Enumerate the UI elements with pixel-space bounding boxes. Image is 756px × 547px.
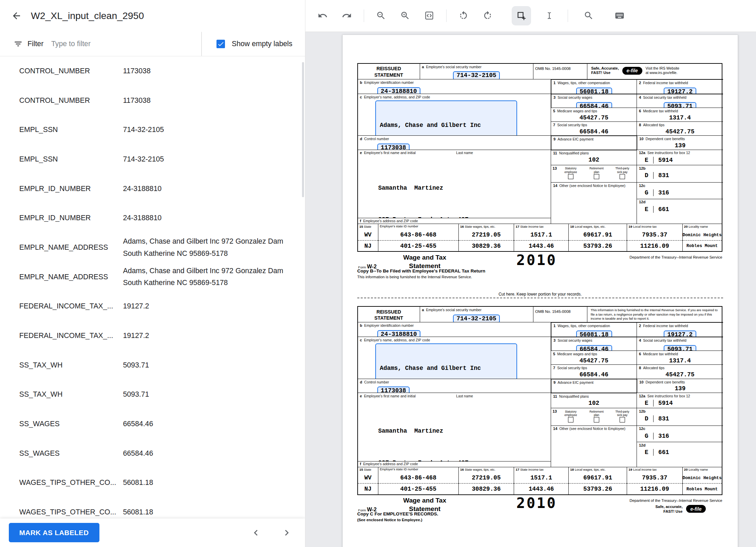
entity-row[interactable]: EMPLR_ID_NUMBER 24-3188810 (0, 204, 305, 233)
entity-row[interactable]: SS_TAX_WH 5093.71 (0, 351, 305, 380)
filter-input[interactable] (50, 39, 201, 49)
entity-label: CONTROL_NUMBER (19, 65, 123, 77)
ss-wages-annotation[interactable]: 66584.46 (576, 102, 612, 108)
rotate-left-button[interactable] (454, 6, 473, 25)
entity-label: WAGES_TIPS_OTHER_CO... (19, 477, 123, 489)
local-income-tax-column: 19 Local income tax 7935.37 11216.09 (627, 224, 682, 251)
box-12b: 12b D831 (637, 165, 723, 182)
undo-button[interactable] (313, 6, 332, 25)
ss-tax-annotation[interactable]: 5093.71 (664, 102, 696, 108)
entity-row[interactable]: SS_TAX_WH 5093.71 (0, 380, 305, 410)
ss-wages-annotation[interactable]: 66584.46 (576, 345, 612, 351)
federal-tax-annotation[interactable]: 19127.2 (664, 331, 696, 337)
employee-name-address: Samantha Martinez 387 Burton Fords Apt. … (378, 162, 549, 218)
show-empty-labels-control: Show empty labels (202, 40, 305, 49)
mark-as-labeled-button[interactable]: MARK AS LABELED (9, 523, 99, 542)
box-d-control-number: d Control number 1173038 (358, 379, 551, 393)
box-14-other: 14 Other (see enclosed Notice to Employe… (551, 426, 637, 467)
reissued-statement: REISSUEDSTATEMENT (358, 307, 420, 322)
keyboard-shortcuts-button[interactable] (610, 6, 629, 25)
state-column: 15 State WV NJ (358, 224, 378, 251)
redo-button[interactable] (337, 6, 356, 25)
employer-address-annotation[interactable]: Adams, Chase and Gilbert Inc 972 Gonzale… (375, 100, 517, 136)
box-12b: 12b D831 (637, 408, 723, 425)
ein-annotation[interactable]: 24-3188810 (377, 87, 421, 94)
entity-label: CONTROL_NUMBER (19, 95, 123, 107)
zoom-in-button[interactable] (395, 6, 415, 25)
box-8-allocated-tips: 8 Allocated tips 45427.75 (637, 121, 723, 135)
code-view-button[interactable] (419, 6, 439, 25)
w2-form: REISSUEDSTATEMENT a Employee's social se… (357, 306, 722, 524)
federal-tax-annotation[interactable]: 19127.2 (664, 88, 696, 94)
rotate-right-button[interactable] (478, 6, 497, 25)
control-number-annotation[interactable]: 1173038 (377, 144, 410, 149)
state-income-tax-column: 17 State income tax 1517.1 1443.46 (514, 467, 568, 494)
box-e-employee: e Employee's first name and initial Last… (358, 150, 551, 218)
entity-label: SS_TAX_WH (19, 359, 123, 372)
show-empty-labels-checkbox[interactable] (216, 40, 225, 49)
box-14-other: 14 Other (see enclosed Notice to Employe… (551, 182, 637, 224)
ssn-annotation[interactable]: 714-32-2105 (453, 71, 500, 79)
w2-copy-c-slot: REISSUEDSTATEMENT a Employee's social se… (357, 306, 723, 524)
entity-label: EMPLR_NAME_ADDRESS (19, 271, 123, 283)
next-document-button[interactable] (277, 523, 296, 542)
viewer-toolbar (305, 0, 756, 32)
entity-row[interactable]: CONTROL_NUMBER 1173038 (0, 86, 305, 115)
entity-row[interactable]: EMPLR_NAME_ADDRESS Adams, Chase and Gilb… (0, 262, 305, 292)
entity-row[interactable]: FEDERAL_INCOME_TAX_... 19127.2 (0, 321, 305, 351)
third-party-sick-pay-checkbox (620, 174, 625, 180)
arrow-back-icon (11, 11, 22, 21)
entity-row[interactable]: SS_WAGES 66584.46 (0, 439, 305, 468)
state-tax-table: 15 State WV NJ Employer's state ID numbe… (358, 224, 722, 251)
box-2-federal-tax: 2 Federal income tax withheld 19127.2 (637, 79, 723, 94)
ss-tax-annotation[interactable]: 5093.71 (664, 345, 696, 351)
box-12a: 12a See instructions for box 12 E5914 (637, 393, 723, 408)
zoom-out-button[interactable] (371, 6, 391, 25)
text-select-icon (544, 11, 554, 21)
box-9-advance-eic: 9 Advance EIC payment (551, 135, 637, 149)
toolbar-divider (446, 10, 447, 22)
box-12d: 12d E661 (637, 442, 723, 467)
document-title: W2_XL_input_clean_2950 (31, 10, 144, 21)
control-number-annotation[interactable]: 1173038 (377, 386, 410, 392)
ssn-annotation[interactable]: 714-32-2105 (453, 315, 500, 322)
entity-row[interactable]: SS_WAGES 66584.46 (0, 410, 305, 439)
ein-annotation[interactable]: 24-3188810 (377, 330, 421, 337)
locality-column: 20 Locality name Dominic Heights Robles … (682, 224, 722, 251)
app-window: W2_XL_input_clean_2950 Filter Show empty… (0, 0, 756, 547)
top-right-box: This information is being furnished to t… (587, 307, 722, 322)
entity-row[interactable]: WAGES_TIPS_OTHER_CO... 56081.18 (0, 468, 305, 498)
toolbar-divider (364, 10, 364, 22)
box-4-ss-tax: 4 Social security tax withheld 5093.71 (637, 337, 723, 351)
text-select-button[interactable] (540, 6, 559, 25)
entity-row[interactable]: CONTROL_NUMBER 1173038 (0, 56, 305, 86)
entity-label: SS_WAGES (19, 418, 123, 430)
entity-label: EMPL_SSN (19, 153, 123, 166)
box-9-advance-eic: 9 Advance EIC payment (551, 379, 637, 393)
entity-label: EMPLR_NAME_ADDRESS (19, 242, 123, 254)
entity-row[interactable]: EMPL_SSN 714-32-2105 (0, 145, 305, 174)
retirement-plan-checkbox (594, 174, 599, 180)
left-panel-scrollbar[interactable] (302, 62, 304, 197)
add-bounding-box-button[interactable] (512, 6, 531, 25)
entity-row[interactable]: EMPLR_NAME_ADDRESS Adams, Chase and Gilb… (0, 233, 305, 262)
document-area: REISSUEDSTATEMENT a Employee's social se… (305, 32, 756, 547)
entity-value: 5093.71 (123, 359, 305, 372)
entity-row[interactable]: EMPLR_ID_NUMBER 24-3188810 (0, 174, 305, 204)
w2-footer: Form W-2 Wage and Tax Statement 2010 Dep… (357, 253, 722, 281)
pager (246, 523, 298, 542)
wages-annotation[interactable]: 56081.18 (576, 331, 612, 337)
entity-row[interactable]: FEDERAL_INCOME_TAX_... 19127.2 (0, 292, 305, 321)
box-1-wages: 1 Wages, tips, other compensation 56081.… (551, 79, 637, 94)
wages-annotation[interactable]: 56081.18 (576, 88, 612, 94)
search-button[interactable] (579, 6, 599, 25)
box-c-employer: c Employer's name, address, and ZIP code… (358, 94, 551, 136)
back-button[interactable] (7, 6, 26, 25)
previous-document-button[interactable] (246, 523, 265, 542)
statutory-employee-checkbox (568, 417, 573, 422)
entity-row[interactable]: EMPL_SSN 714-32-2105 (0, 115, 305, 145)
employer-address-annotation[interactable]: Adams, Chase and Gilbert Inc 972 Gonzale… (375, 343, 517, 379)
entity-value: 19127.2 (123, 300, 305, 313)
chevron-left-icon (250, 527, 262, 539)
entity-label: SS_WAGES (19, 448, 123, 460)
